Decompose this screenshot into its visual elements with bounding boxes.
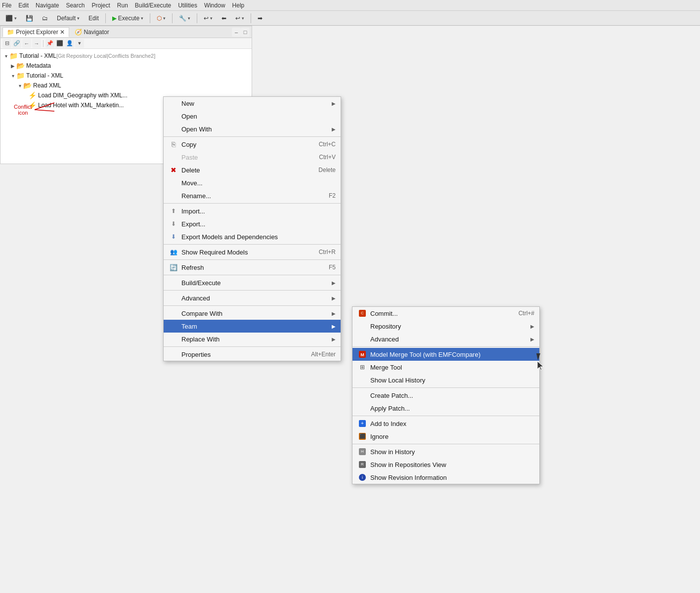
team-ignore-icon: ⬛	[357, 433, 367, 440]
cm-refresh[interactable]: 🔄 Refresh F5	[164, 261, 341, 274]
team-show-in-history[interactable]: H Show in History	[352, 445, 539, 458]
panel-maximize-btn[interactable]: □	[241, 28, 250, 37]
team-show-revision-info[interactable]: i Show Revision Information	[352, 471, 539, 484]
cm-delete[interactable]: ✖ Delete Delete	[164, 164, 341, 176]
toolbar-back[interactable]: ⬅	[218, 13, 230, 23]
cm-new[interactable]: New ▶	[164, 97, 341, 110]
tree-root[interactable]: ▾ 📁 Tutorial - XML [Git Repository Local…	[0, 51, 252, 61]
team-commit-label: Commit...	[370, 310, 509, 317]
cm-rename[interactable]: Rename... F2	[164, 189, 341, 202]
team-advanced[interactable]: Advanced ▶	[352, 333, 539, 345]
team-create-patch-label: Create Patch...	[370, 392, 534, 399]
cm-export[interactable]: ⬇ Export...	[164, 217, 341, 230]
team-commit-icon: C	[357, 310, 367, 317]
network-arrow: ▾	[163, 16, 166, 21]
team-model-merge[interactable]: M Model Merge Tool (with EMFCompare)	[352, 348, 539, 361]
menu-project[interactable]: Project	[91, 2, 110, 9]
cm-team[interactable]: Team ▶	[164, 320, 341, 333]
back-icon: ⬅	[221, 15, 226, 22]
toolbar-back2[interactable]: ↩ ▾	[232, 13, 248, 23]
cm-replace-with[interactable]: Replace With ▶	[164, 333, 341, 345]
tree-read-xml[interactable]: ▾ 📂 Read XML	[0, 81, 252, 90]
cm-import[interactable]: ⬆ Import...	[164, 205, 341, 217]
tree-metadata-arrow[interactable]: ▶	[9, 63, 16, 69]
tab-navigator[interactable]: 🧭 Navigator	[70, 27, 114, 37]
team-show-repositories-view[interactable]: R Show in Repositories View	[352, 458, 539, 471]
panel-link-editor-btn[interactable]: 🔗	[12, 39, 21, 48]
cm-move[interactable]: Move...	[164, 176, 341, 189]
panel-view-btn[interactable]: ⬛	[55, 39, 64, 48]
toolbar-network[interactable]: ⬡ ▾	[153, 13, 169, 23]
cm-properties[interactable]: Properties Alt+Enter	[164, 348, 341, 361]
menu-run[interactable]: Run	[117, 2, 128, 9]
team-add-to-index[interactable]: + Add to Index	[352, 417, 539, 430]
panel-dropdown-btn[interactable]: ▾	[75, 39, 84, 48]
cm-compare-with[interactable]: Compare With ▶	[164, 307, 341, 320]
cm-show-required-label: Show Required Models	[181, 249, 309, 256]
toolbar-save2[interactable]: 🗂	[39, 13, 51, 23]
toolbar-dropdown-1[interactable]: ⬛ ▾	[2, 13, 20, 23]
panel-back-btn[interactable]: ←	[22, 39, 31, 48]
team-add-to-index-icon: +	[357, 420, 367, 427]
cm-refresh-shortcut: F5	[329, 264, 336, 271]
context-menu-main: New ▶ Open Open With ▶ ⎘ Copy Ctrl+C Pas…	[163, 96, 341, 361]
menu-window[interactable]: Window	[204, 2, 225, 9]
cm-export-models[interactable]: ⬇ Export Models and Dependencies	[164, 230, 341, 243]
team-advanced-label: Advanced	[370, 336, 530, 343]
team-commit[interactable]: C Commit... Ctrl+#	[352, 307, 539, 320]
menu-build-execute[interactable]: Build/Execute	[135, 2, 171, 9]
team-sep-4	[352, 444, 539, 444]
cm-show-required[interactable]: 👥 Show Required Models Ctrl+R	[164, 246, 341, 258]
toolbar-sep-1	[105, 13, 106, 23]
cm-replace-with-arrow: ▶	[332, 337, 336, 342]
team-merge-tool-icon: ⊞	[357, 364, 367, 371]
panel-collapse-all-btn[interactable]: ⊟	[2, 39, 11, 48]
team-show-local-history[interactable]: Show Local History	[352, 374, 539, 386]
tab-project-explorer[interactable]: 📁 Project Explorer ✕	[2, 27, 69, 37]
toolbar-save[interactable]: 💾	[22, 13, 37, 23]
toolbar-forward[interactable]: ➡	[254, 13, 266, 23]
cm-copy-shortcut: Ctrl+C	[319, 141, 336, 148]
toolbar-tools[interactable]: 🔧 ▾	[175, 13, 194, 23]
cm-open[interactable]: Open	[164, 110, 341, 123]
panel-forward-btn[interactable]: →	[32, 39, 41, 48]
cm-build-execute-label: Build/Execute	[181, 279, 332, 287]
cm-paste[interactable]: Paste Ctrl+V	[164, 151, 341, 164]
menu-file[interactable]: File	[2, 2, 11, 9]
cm-build-execute[interactable]: Build/Execute ▶	[164, 276, 341, 289]
team-repository[interactable]: Repository ▶	[352, 320, 539, 333]
menu-help[interactable]: Help	[232, 2, 245, 9]
panel-people-btn[interactable]: 👤	[65, 39, 74, 48]
toolbar-undo-group[interactable]: ↩ ▾	[200, 13, 216, 23]
cm-open-with-arrow: ▶	[332, 127, 336, 132]
menu-utilities[interactable]: Utilities	[178, 2, 197, 9]
toolbar-edit-btn[interactable]: Edit	[85, 13, 102, 23]
cm-export-models-icon: ⬇	[169, 233, 178, 240]
team-merge-tool[interactable]: ⊞ Merge Tool	[352, 361, 539, 374]
tree-read-xml-arrow[interactable]: ▾	[16, 83, 23, 88]
menu-edit[interactable]: Edit	[18, 2, 29, 9]
panel-minimize-btn[interactable]: –	[232, 28, 241, 37]
default-label: Default	[57, 15, 76, 22]
panel-toolbar: ⊟ 🔗 ← → 📌 ⬛ 👤 ▾	[0, 38, 252, 49]
cm-open-with[interactable]: Open With ▶	[164, 123, 341, 135]
cm-copy-label: Copy	[181, 141, 309, 148]
tree-root-arrow[interactable]: ▾	[2, 53, 9, 59]
tree-dim-geography-label: Load DIM_Geography with XML...	[38, 92, 128, 99]
toolbar-default-dropdown[interactable]: Default ▾	[53, 13, 83, 23]
cm-move-label: Move...	[181, 179, 336, 187]
panel-pin-btn[interactable]: 📌	[45, 39, 54, 48]
tree-metadata[interactable]: ▶ 📂 Metadata	[0, 61, 252, 71]
tree-tutorial-xml[interactable]: ▾ 📁 Tutorial - XML	[0, 71, 252, 81]
toolbar-execute[interactable]: ▶ Execute ▾	[109, 13, 147, 23]
menu-navigate[interactable]: Navigate	[36, 2, 59, 9]
cm-advanced[interactable]: Advanced ▶	[164, 292, 341, 304]
cm-compare-with-label: Compare With	[181, 310, 332, 317]
menu-search[interactable]: Search	[66, 2, 85, 9]
cm-copy[interactable]: ⎘ Copy Ctrl+C	[164, 138, 341, 151]
team-ignore[interactable]: ⬛ Ignore	[352, 430, 539, 443]
team-create-patch[interactable]: Create Patch...	[352, 389, 539, 402]
team-sep-1	[352, 346, 539, 347]
tree-tutorial-xml-arrow[interactable]: ▾	[9, 73, 16, 79]
team-apply-patch[interactable]: Apply Patch...	[352, 402, 539, 415]
